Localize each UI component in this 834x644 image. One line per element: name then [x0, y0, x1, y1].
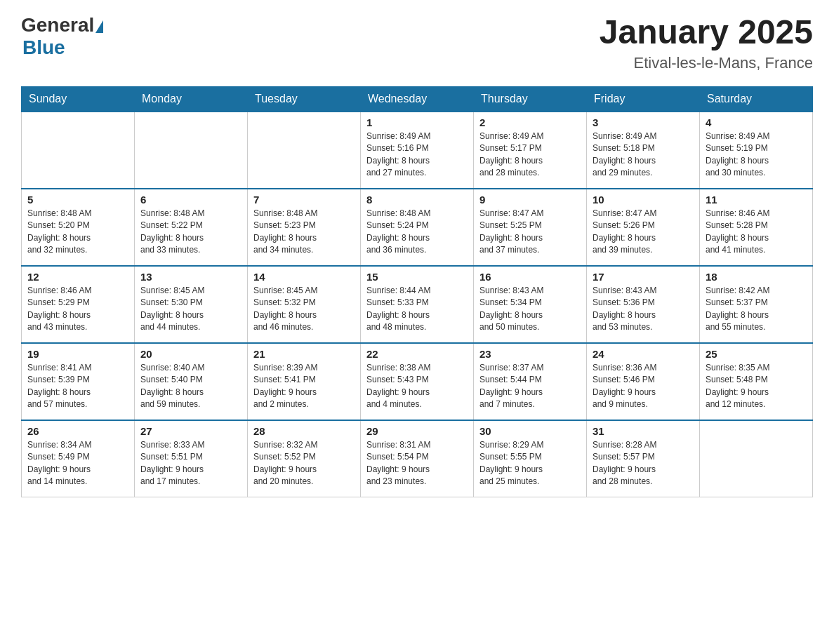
day-number: 27 — [140, 425, 241, 437]
day-info: Sunrise: 8:46 AM Sunset: 5:29 PM Dayligh… — [27, 285, 128, 334]
day-cell: 4Sunrise: 8:49 AM Sunset: 5:19 PM Daylig… — [700, 112, 813, 189]
day-number: 1 — [366, 116, 468, 128]
day-info: Sunrise: 8:33 AM Sunset: 5:51 PM Dayligh… — [140, 439, 241, 488]
day-number: 29 — [366, 425, 468, 437]
day-cell: 19Sunrise: 8:41 AM Sunset: 5:39 PM Dayli… — [22, 343, 135, 420]
day-number: 18 — [706, 271, 807, 283]
day-cell: 22Sunrise: 8:38 AM Sunset: 5:43 PM Dayli… — [361, 343, 474, 420]
day-number: 4 — [706, 116, 807, 128]
day-cell — [248, 112, 361, 189]
day-cell: 6Sunrise: 8:48 AM Sunset: 5:22 PM Daylig… — [135, 189, 248, 266]
day-cell: 21Sunrise: 8:39 AM Sunset: 5:41 PM Dayli… — [248, 343, 361, 420]
week-row-1: 1Sunrise: 8:49 AM Sunset: 5:16 PM Daylig… — [22, 112, 813, 189]
day-info: Sunrise: 8:47 AM Sunset: 5:26 PM Dayligh… — [593, 208, 694, 257]
day-info: Sunrise: 8:29 AM Sunset: 5:55 PM Dayligh… — [479, 439, 581, 488]
day-number: 8 — [366, 194, 468, 206]
day-number: 20 — [140, 348, 241, 360]
day-info: Sunrise: 8:42 AM Sunset: 5:37 PM Dayligh… — [706, 285, 807, 334]
day-header-monday: Monday — [135, 86, 248, 112]
day-cell: 24Sunrise: 8:36 AM Sunset: 5:46 PM Dayli… — [587, 343, 700, 420]
month-title: January 2025 — [600, 14, 813, 51]
day-number: 6 — [140, 194, 241, 206]
day-info: Sunrise: 8:40 AM Sunset: 5:40 PM Dayligh… — [140, 362, 241, 411]
day-number: 9 — [479, 194, 581, 206]
day-header-thursday: Thursday — [474, 86, 587, 112]
day-info: Sunrise: 8:48 AM Sunset: 5:20 PM Dayligh… — [27, 208, 128, 257]
day-number: 23 — [479, 348, 581, 360]
day-cell: 14Sunrise: 8:45 AM Sunset: 5:32 PM Dayli… — [248, 266, 361, 343]
day-cell: 13Sunrise: 8:45 AM Sunset: 5:30 PM Dayli… — [135, 266, 248, 343]
day-number: 25 — [706, 348, 807, 360]
day-info: Sunrise: 8:49 AM Sunset: 5:16 PM Dayligh… — [366, 130, 468, 180]
day-cell: 12Sunrise: 8:46 AM Sunset: 5:29 PM Dayli… — [22, 266, 135, 343]
day-cell: 11Sunrise: 8:46 AM Sunset: 5:28 PM Dayli… — [700, 189, 813, 266]
day-number: 13 — [140, 271, 241, 283]
day-number: 16 — [479, 271, 581, 283]
day-cell: 30Sunrise: 8:29 AM Sunset: 5:55 PM Dayli… — [474, 420, 587, 497]
week-row-3: 12Sunrise: 8:46 AM Sunset: 5:29 PM Dayli… — [22, 266, 813, 343]
day-info: Sunrise: 8:48 AM Sunset: 5:22 PM Dayligh… — [140, 208, 241, 257]
day-cell: 17Sunrise: 8:43 AM Sunset: 5:36 PM Dayli… — [587, 266, 700, 343]
day-header-saturday: Saturday — [700, 86, 813, 112]
day-info: Sunrise: 8:49 AM Sunset: 5:19 PM Dayligh… — [706, 130, 807, 180]
day-info: Sunrise: 8:32 AM Sunset: 5:52 PM Dayligh… — [253, 439, 355, 488]
day-cell: 23Sunrise: 8:37 AM Sunset: 5:44 PM Dayli… — [474, 343, 587, 420]
day-cell — [22, 112, 135, 189]
day-info: Sunrise: 8:38 AM Sunset: 5:43 PM Dayligh… — [366, 362, 468, 411]
day-number: 24 — [593, 348, 694, 360]
week-row-2: 5Sunrise: 8:48 AM Sunset: 5:20 PM Daylig… — [22, 189, 813, 266]
day-cell: 8Sunrise: 8:48 AM Sunset: 5:24 PM Daylig… — [361, 189, 474, 266]
day-info: Sunrise: 8:44 AM Sunset: 5:33 PM Dayligh… — [366, 285, 468, 334]
day-number: 5 — [27, 194, 128, 206]
day-info: Sunrise: 8:34 AM Sunset: 5:49 PM Dayligh… — [27, 439, 128, 488]
day-number: 30 — [479, 425, 581, 437]
day-number: 21 — [253, 348, 355, 360]
day-cell: 9Sunrise: 8:47 AM Sunset: 5:25 PM Daylig… — [474, 189, 587, 266]
page-header: General Blue January 2025 Etival-les-le-… — [21, 14, 813, 72]
day-info: Sunrise: 8:47 AM Sunset: 5:25 PM Dayligh… — [479, 208, 581, 257]
day-cell — [135, 112, 248, 189]
day-number: 7 — [253, 194, 355, 206]
day-cell: 28Sunrise: 8:32 AM Sunset: 5:52 PM Dayli… — [248, 420, 361, 497]
day-number: 3 — [593, 116, 694, 128]
day-number: 12 — [27, 271, 128, 283]
day-info: Sunrise: 8:45 AM Sunset: 5:30 PM Dayligh… — [140, 285, 241, 334]
day-info: Sunrise: 8:45 AM Sunset: 5:32 PM Dayligh… — [253, 285, 355, 334]
day-header-wednesday: Wednesday — [361, 86, 474, 112]
day-number: 22 — [366, 348, 468, 360]
day-number: 17 — [593, 271, 694, 283]
day-info: Sunrise: 8:46 AM Sunset: 5:28 PM Dayligh… — [706, 208, 807, 257]
day-number: 10 — [593, 194, 694, 206]
day-cell: 3Sunrise: 8:49 AM Sunset: 5:18 PM Daylig… — [587, 112, 700, 189]
day-cell: 15Sunrise: 8:44 AM Sunset: 5:33 PM Dayli… — [361, 266, 474, 343]
day-cell — [700, 420, 813, 497]
calendar-table: SundayMondayTuesdayWednesdayThursdayFrid… — [21, 86, 813, 498]
logo-general: General — [21, 14, 94, 36]
day-cell: 1Sunrise: 8:49 AM Sunset: 5:16 PM Daylig… — [361, 112, 474, 189]
day-info: Sunrise: 8:28 AM Sunset: 5:57 PM Dayligh… — [593, 439, 694, 488]
day-info: Sunrise: 8:48 AM Sunset: 5:24 PM Dayligh… — [366, 208, 468, 257]
day-cell: 7Sunrise: 8:48 AM Sunset: 5:23 PM Daylig… — [248, 189, 361, 266]
day-cell: 18Sunrise: 8:42 AM Sunset: 5:37 PM Dayli… — [700, 266, 813, 343]
day-info: Sunrise: 8:49 AM Sunset: 5:17 PM Dayligh… — [479, 130, 581, 180]
day-info: Sunrise: 8:43 AM Sunset: 5:34 PM Dayligh… — [479, 285, 581, 334]
logo-blue: Blue — [22, 36, 65, 59]
day-info: Sunrise: 8:36 AM Sunset: 5:46 PM Dayligh… — [593, 362, 694, 411]
day-info: Sunrise: 8:43 AM Sunset: 5:36 PM Dayligh… — [593, 285, 694, 334]
logo-triangle-icon — [95, 20, 103, 33]
title-block: January 2025 Etival-les-le-Mans, France — [600, 14, 813, 72]
day-info: Sunrise: 8:39 AM Sunset: 5:41 PM Dayligh… — [253, 362, 355, 411]
day-number: 28 — [253, 425, 355, 437]
week-row-4: 19Sunrise: 8:41 AM Sunset: 5:39 PM Dayli… — [22, 343, 813, 420]
day-cell: 16Sunrise: 8:43 AM Sunset: 5:34 PM Dayli… — [474, 266, 587, 343]
calendar-header-row: SundayMondayTuesdayWednesdayThursdayFrid… — [22, 86, 813, 112]
day-cell: 20Sunrise: 8:40 AM Sunset: 5:40 PM Dayli… — [135, 343, 248, 420]
day-info: Sunrise: 8:49 AM Sunset: 5:18 PM Dayligh… — [593, 130, 694, 180]
day-info: Sunrise: 8:31 AM Sunset: 5:54 PM Dayligh… — [366, 439, 468, 488]
day-cell: 2Sunrise: 8:49 AM Sunset: 5:17 PM Daylig… — [474, 112, 587, 189]
day-info: Sunrise: 8:48 AM Sunset: 5:23 PM Dayligh… — [253, 208, 355, 257]
day-number: 2 — [479, 116, 581, 128]
day-info: Sunrise: 8:41 AM Sunset: 5:39 PM Dayligh… — [27, 362, 128, 411]
day-cell: 10Sunrise: 8:47 AM Sunset: 5:26 PM Dayli… — [587, 189, 700, 266]
day-cell: 5Sunrise: 8:48 AM Sunset: 5:20 PM Daylig… — [22, 189, 135, 266]
